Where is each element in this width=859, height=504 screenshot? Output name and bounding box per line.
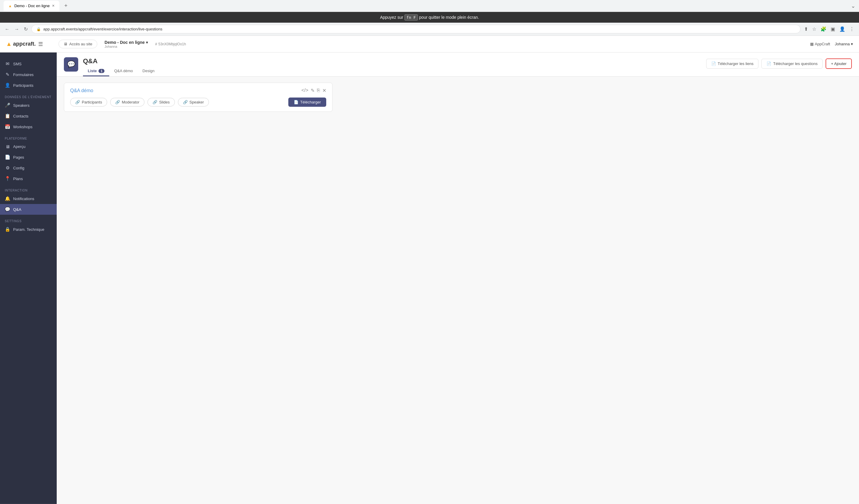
header-right: ▦ AppCraft Johanna ▾	[810, 42, 853, 46]
tab-bar: ▲ Demo - Doc en ligne ✕ + ⌄	[0, 0, 859, 12]
qa-link-participants[interactable]: 🔗 Participants	[70, 98, 107, 107]
download-links-label: Télécharger les liens	[718, 61, 754, 66]
sidebar-item-participants[interactable]: 👤 Participants	[0, 80, 57, 91]
qa-download-button[interactable]: 📄 Télécharger	[288, 97, 326, 107]
sidebar-item-label: SMS	[13, 62, 21, 66]
formulaires-icon: ✎	[5, 72, 10, 77]
sidebar-item-notifications[interactable]: 🔔 Notifications	[0, 193, 57, 204]
content-panel: 💬 Q&A Liste 1 Q&A démo Design	[57, 52, 859, 504]
add-label: + Ajouter	[831, 61, 846, 66]
sidebar-item-label: Workshops	[13, 125, 32, 129]
apercu-icon: 🖥	[5, 144, 10, 149]
reload-button[interactable]: ↻	[23, 25, 29, 33]
pages-icon: 📄	[5, 155, 10, 160]
tab-qa-demo[interactable]: Q&A démo	[109, 66, 138, 76]
qa-link-speaker[interactable]: 🔗 Speaker	[178, 98, 209, 107]
param-technique-icon: 🔒	[5, 227, 10, 232]
extensions-icon[interactable]: 🧩	[819, 25, 828, 33]
sidebar-item-plans[interactable]: 📍 Plans	[0, 173, 57, 184]
qa-link-moderator-label: Moderator	[122, 100, 139, 105]
app-container: ▲ appcraft. ☰ 🖥 Accès au site Demo - Doc…	[0, 36, 859, 504]
bookmark-icon[interactable]: ☆	[811, 25, 817, 33]
close-tab-btn[interactable]: ✕	[52, 4, 55, 8]
share-icon[interactable]: ⬆	[803, 25, 809, 33]
logo: ▲ appcraft.	[6, 41, 36, 47]
page-icon: 💬	[64, 57, 78, 72]
download-questions-icon: 📄	[767, 61, 771, 66]
app-header: ▲ appcraft. ☰ 🖥 Accès au site Demo - Doc…	[0, 36, 859, 52]
sidebar-item-label: Pages	[13, 155, 24, 160]
qa-link-speaker-label: Speaker	[190, 100, 204, 105]
sidebar-item-config[interactable]: ⚙ Config	[0, 162, 57, 173]
delete-icon[interactable]: ✕	[322, 88, 326, 93]
qa-link-slides-label: Slides	[159, 100, 169, 105]
tab-liste[interactable]: Liste 1	[83, 66, 109, 76]
menu-icon[interactable]: ⋮	[848, 25, 855, 33]
add-button[interactable]: + Ajouter	[826, 59, 852, 69]
main-area: ✉ SMS ✎ Formulaires 👤 Participants DONNÉ…	[0, 52, 859, 504]
tab-title: Demo - Doc en ligne	[14, 4, 50, 8]
appcraft-link[interactable]: ▦ AppCraft	[810, 42, 830, 46]
sidebar-item-label: Formulaires	[13, 73, 34, 77]
sidebar-item-formulaires[interactable]: ✎ Formulaires	[0, 69, 57, 80]
download-links-button[interactable]: 📄 Télécharger les liens	[706, 59, 759, 68]
qa-link-slides[interactable]: 🔗 Slides	[148, 98, 175, 107]
logo-triangle: ▲	[6, 41, 12, 47]
event-selector[interactable]: Demo - Doc en ligne ▾ Johanna	[102, 39, 150, 49]
qa-link-moderator[interactable]: 🔗 Moderator	[110, 98, 145, 107]
download-questions-button[interactable]: 📄 Télécharger les questions	[762, 59, 823, 68]
page-header: 💬 Q&A Liste 1 Q&A démo Design	[57, 52, 859, 77]
qa-card: Q&A démo </> ✎ ⎘ ✕ 🔗 Participants	[64, 83, 332, 112]
sidebar-item-param-technique[interactable]: 🔒 Param. Technique	[0, 224, 57, 235]
sidebar: ✉ SMS ✎ Formulaires 👤 Participants DONNÉ…	[0, 52, 57, 504]
address-bar[interactable]: 🔒 app.appcraft.events/appcraft/event/exe…	[31, 25, 800, 33]
download-links-icon: 📄	[711, 61, 716, 66]
tab-design-label: Design	[142, 68, 154, 73]
code-icon[interactable]: </>	[301, 88, 308, 93]
sidebar-item-workshops[interactable]: 📅 Workshops	[0, 121, 57, 132]
sidebar-section-settings: SETTINGS	[0, 215, 57, 224]
contacts-icon: 📋	[5, 113, 10, 119]
back-button[interactable]: ←	[4, 25, 11, 33]
active-tab[interactable]: ▲ Demo - Doc en ligne ✕	[4, 1, 59, 11]
address-bar-actions: ⬆ ☆ 🧩 ▣ 👤 ⋮	[803, 25, 855, 33]
copy-icon[interactable]: ⎘	[317, 88, 320, 93]
forward-button[interactable]: →	[13, 25, 20, 33]
tab-liste-badge: 1	[99, 69, 104, 73]
event-sub: Johanna	[104, 45, 148, 48]
profile-icon[interactable]: 👤	[838, 25, 846, 33]
access-site-label: Accès au site	[69, 42, 92, 46]
participants-icon: 👤	[5, 83, 10, 88]
qa-card-header: Q&A démo </> ✎ ⎘ ✕	[70, 88, 326, 93]
edit-icon[interactable]: ✎	[311, 88, 315, 93]
plans-icon: 📍	[5, 176, 10, 181]
window-icon[interactable]: ▣	[829, 25, 836, 33]
sidebar-item-speakers[interactable]: 🎤 Speakers	[0, 100, 57, 111]
user-name: Johanna	[835, 42, 850, 46]
sidebar-item-label: Config	[13, 166, 25, 170]
notifications-icon: 🔔	[5, 196, 10, 201]
access-site-button[interactable]: 🖥 Accès au site	[59, 40, 97, 48]
sidebar-item-apercu[interactable]: 🖥 Aperçu	[0, 141, 57, 152]
lock-icon: 🔒	[36, 27, 41, 31]
sidebar-item-pages[interactable]: 📄 Pages	[0, 152, 57, 162]
qa-link-participants-label: Participants	[82, 100, 102, 105]
appcraft-label: AppCraft	[815, 42, 830, 46]
qa-download-icon: 📄	[294, 100, 299, 105]
sidebar-item-label: Speakers	[13, 103, 30, 108]
page-icon-symbol: 💬	[67, 61, 75, 68]
hash-icon: #	[155, 42, 157, 46]
sidebar-item-contacts[interactable]: 📋 Contacts	[0, 111, 57, 121]
tab-design[interactable]: Design	[138, 66, 159, 76]
link-icon: 🔗	[75, 100, 80, 105]
sidebar-item-label: Param. Technique	[13, 227, 44, 232]
logo-text: appcraft.	[13, 41, 36, 47]
new-tab-button[interactable]: +	[62, 1, 70, 10]
user-menu[interactable]: Johanna ▾	[835, 42, 853, 46]
sidebar-item-qa[interactable]: 💬 Q&A	[0, 204, 57, 215]
sidebar-item-label: Plans	[13, 176, 23, 181]
sidebar-item-sms[interactable]: ✉ SMS	[0, 59, 57, 69]
hamburger-button[interactable]: ☰	[38, 41, 43, 47]
tab-more-icon[interactable]: ⌄	[851, 3, 855, 9]
sidebar-item-label: Participants	[13, 83, 33, 88]
